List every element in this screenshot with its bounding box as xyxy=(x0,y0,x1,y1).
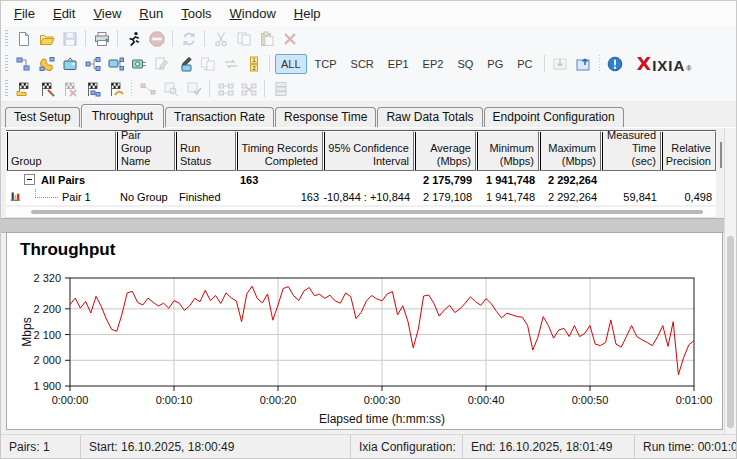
column-header-confidence[interactable]: 95% Confidence Interval xyxy=(323,131,414,171)
view-pairs-button[interactable] xyxy=(159,78,182,100)
checkered-flag-pairs-button[interactable] xyxy=(81,78,104,100)
filter-ep1-button[interactable]: EP1 xyxy=(382,54,415,74)
add-video-pair-button[interactable] xyxy=(58,53,81,75)
column-header-minimum[interactable]: Minimum (Mbps) xyxy=(476,131,539,171)
add-hardware-pair-button[interactable] xyxy=(127,53,150,75)
column-header-measured-time[interactable]: Measured Time (sec) xyxy=(601,131,661,171)
y-tick-label: 2 000 xyxy=(33,354,61,366)
add-pair-button[interactable] xyxy=(12,53,35,75)
copy-button[interactable] xyxy=(232,28,255,50)
stop-test-button[interactable] xyxy=(145,28,168,50)
filter-ep2-button[interactable]: EP2 xyxy=(417,54,450,74)
menu-window[interactable]: Window xyxy=(221,3,285,24)
column-header-run-status[interactable]: Run Status xyxy=(175,131,236,171)
tab-raw-data-totals[interactable]: Raw Data Totals xyxy=(377,107,482,127)
filter-pg-button[interactable]: PG xyxy=(481,54,509,74)
run-test-button[interactable] xyxy=(122,28,145,50)
checkered-flag-marker-button[interactable] xyxy=(35,78,58,100)
poll-endpoints-button[interactable] xyxy=(177,28,200,50)
connect-pairs-button[interactable] xyxy=(136,78,159,100)
checkered-flag-folder-button[interactable] xyxy=(12,78,35,100)
tab-transaction-rate[interactable]: Transaction Rate xyxy=(165,107,274,127)
panel-vertical-scrollbar[interactable] xyxy=(724,128,736,435)
y-tick-label: 2 200 xyxy=(33,303,61,315)
toolbar-separator xyxy=(599,55,600,72)
open-test-icon xyxy=(39,31,55,47)
tab-test-setup[interactable]: Test Setup xyxy=(5,107,80,127)
collapse-toggle[interactable] xyxy=(24,174,35,185)
add-video-pair-icon xyxy=(62,56,78,72)
open-test-button[interactable] xyxy=(35,28,58,50)
verify-pairs-button[interactable] xyxy=(182,78,205,100)
pane-splitter[interactable] xyxy=(1,218,724,233)
grid-header: GroupPair Group NameRun StatusTiming Rec… xyxy=(6,130,716,171)
add-voip-pair-button[interactable] xyxy=(35,53,58,75)
table-row-pair-1[interactable]: Pair 1No GroupFinished163-10,844 : +10,8… xyxy=(6,188,716,205)
toolbar-grip[interactable] xyxy=(5,55,8,73)
renumber-pairs-button[interactable]: 12 xyxy=(242,53,265,75)
filter-sq-button[interactable]: SQ xyxy=(451,54,479,74)
filter-pc-button[interactable]: PC xyxy=(511,54,538,74)
grid-horizontal-scrollbar[interactable] xyxy=(6,207,716,218)
panel-vscroll-thumb[interactable] xyxy=(727,236,734,428)
filter-tcp-button[interactable]: TCP xyxy=(309,54,343,74)
cell-run-status xyxy=(175,171,236,188)
verify-pairs-icon xyxy=(186,81,202,97)
svg-text:1: 1 xyxy=(252,57,255,63)
add-multicast-group-button[interactable] xyxy=(81,53,104,75)
checkered-flag-dial-button[interactable] xyxy=(104,78,127,100)
tab-endpoint-configuration[interactable]: Endpoint Configuration xyxy=(484,107,624,127)
menu-tools[interactable]: Tools xyxy=(172,3,220,24)
add-video-multicast-button[interactable] xyxy=(104,53,127,75)
column-header-maximum[interactable]: Maximum (Mbps) xyxy=(539,131,601,171)
cell-measured-time: 59,841 xyxy=(601,188,661,205)
toolbar-grip[interactable] xyxy=(5,80,8,98)
column-header-average[interactable]: Average (Mbps) xyxy=(414,131,476,171)
unlink-pairs-button[interactable] xyxy=(237,78,260,100)
throughput-chart: 2 3202 2002 1002 0001 9000:00:000:00:100… xyxy=(7,233,722,429)
save-test-button[interactable] xyxy=(58,28,81,50)
grid-vertical-scrollbar[interactable] xyxy=(720,142,722,168)
y-tick-label: 2 320 xyxy=(33,272,61,284)
results-grid: GroupPair Group NameRun StatusTiming Rec… xyxy=(6,130,716,205)
toolbar-grip[interactable] xyxy=(5,30,8,48)
export-config-button[interactable] xyxy=(572,53,595,75)
connect-pairs-icon xyxy=(140,81,156,97)
cell-maximum: 2 292,264 xyxy=(539,188,601,205)
paste-button[interactable] xyxy=(255,28,278,50)
filter-all-button[interactable]: ALL xyxy=(275,54,307,74)
column-header-pair-group[interactable]: Pair Group Name xyxy=(116,131,175,171)
menu-edit[interactable]: Edit xyxy=(44,3,84,24)
column-header-group[interactable]: Group xyxy=(6,131,116,171)
column-header-precision[interactable]: Relative Precision xyxy=(661,131,716,171)
swap-endpoints-button[interactable] xyxy=(219,53,242,75)
column-header-timing-records[interactable]: Timing Records Completed xyxy=(236,131,323,171)
new-test-button[interactable] xyxy=(12,28,35,50)
status-end-time: End: 16.10.2025, 18:01:49 xyxy=(463,435,635,458)
replicate-group-button[interactable] xyxy=(196,53,219,75)
tab-response-time[interactable]: Response Time xyxy=(275,107,376,127)
delete-button[interactable] xyxy=(278,28,301,50)
menu-run[interactable]: Run xyxy=(130,3,172,24)
menu-help[interactable]: Help xyxy=(285,3,330,24)
edit-video-pair-button[interactable] xyxy=(173,53,196,75)
tab-bar: Test SetupThroughputTransaction RateResp… xyxy=(1,104,736,127)
cut-button[interactable] xyxy=(209,28,232,50)
copy-icon xyxy=(236,31,252,47)
checkered-flag-delete-button[interactable] xyxy=(58,78,81,100)
tab-throughput[interactable]: Throughput xyxy=(81,104,164,128)
add-hardware-pair-icon xyxy=(131,56,147,72)
group-pairs-button[interactable] xyxy=(269,78,292,100)
grid-hscroll-thumb[interactable] xyxy=(31,210,703,214)
menu-view[interactable]: View xyxy=(84,3,130,24)
import-config-button[interactable] xyxy=(549,53,572,75)
menu-file[interactable]: File xyxy=(5,3,44,24)
table-row-all-pairs[interactable]: All Pairs1632 175,7991 941,7482 292,264 xyxy=(6,171,716,188)
link-pairs-button[interactable] xyxy=(214,78,237,100)
filter-scr-button[interactable]: SCR xyxy=(345,54,380,74)
about-info-button[interactable] xyxy=(604,53,627,75)
edit-video-pair-icon xyxy=(177,56,193,72)
print-button[interactable] xyxy=(90,28,113,50)
toolbar-main xyxy=(1,26,736,52)
edit-pair-button[interactable] xyxy=(150,53,173,75)
